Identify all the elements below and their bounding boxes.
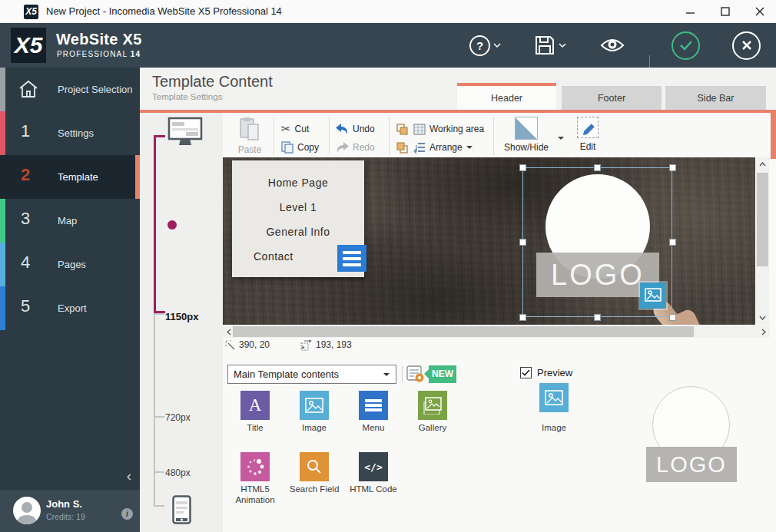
object-menu[interactable] bbox=[359, 391, 388, 420]
paste-button[interactable]: Paste bbox=[234, 117, 266, 155]
object-title[interactable]: A bbox=[240, 391, 270, 420]
object-settings-icon[interactable] bbox=[406, 365, 425, 383]
selection-handle-sw[interactable] bbox=[519, 314, 526, 321]
status-bar: 390, 20 193, 193 bbox=[223, 339, 771, 355]
undo-icon bbox=[336, 124, 349, 134]
selection-handle-n[interactable] bbox=[594, 164, 601, 171]
show-hide-label: Show/Hide bbox=[501, 142, 552, 153]
selected-object-image[interactable] bbox=[539, 383, 569, 412]
menu-item-home[interactable]: Home Page bbox=[232, 171, 364, 196]
resolution-label-720: 720px bbox=[165, 412, 191, 423]
avatar[interactable] bbox=[13, 497, 41, 524]
slider-track[interactable] bbox=[154, 313, 155, 507]
object-search-field[interactable] bbox=[300, 452, 329, 481]
sidebar-item-export[interactable]: 5 Export bbox=[0, 286, 140, 330]
toolbar-separator bbox=[493, 117, 494, 155]
slider-active-range[interactable] bbox=[154, 135, 156, 313]
help-menu-button[interactable]: ? bbox=[469, 23, 501, 68]
tick-480 bbox=[154, 471, 164, 473]
scroll-right-arrow[interactable] bbox=[758, 326, 769, 337]
app-header: X5 WebSite X5 PROFESSIONAL 14 ? bbox=[0, 23, 776, 68]
minimize-button[interactable] bbox=[673, 0, 708, 23]
resolution-slider-panel: 1150px 720px 480px bbox=[140, 113, 223, 532]
horizontal-scroll-thumb[interactable] bbox=[233, 326, 694, 337]
object-menu-label: Menu bbox=[344, 422, 403, 433]
copy-icon bbox=[281, 141, 293, 154]
selection-handle-s[interactable] bbox=[594, 314, 601, 321]
slider-handle[interactable] bbox=[167, 220, 177, 230]
show-hide-dropdown[interactable] bbox=[558, 137, 564, 140]
object-gallery[interactable] bbox=[418, 391, 447, 420]
cut-button[interactable]: ✂ Cut bbox=[281, 120, 309, 138]
chevron-down-icon bbox=[493, 43, 501, 48]
preview-button[interactable] bbox=[600, 23, 625, 68]
ok-button[interactable] bbox=[672, 23, 700, 68]
tab-header[interactable]: Header bbox=[457, 83, 556, 110]
send-backward-button[interactable] bbox=[396, 138, 408, 157]
image-icon bbox=[305, 398, 323, 414]
object-html-code[interactable]: </> bbox=[359, 452, 388, 481]
close-button[interactable] bbox=[742, 0, 776, 23]
menu-item-level1[interactable]: Level 1 bbox=[232, 196, 364, 220]
sidebar-item-map[interactable]: 3 Map bbox=[0, 199, 140, 243]
sidebar-item-project-selection[interactable]: Project Selection bbox=[0, 68, 140, 111]
undo-button[interactable]: Undo bbox=[336, 120, 375, 138]
vertical-scroll-thumb[interactable] bbox=[757, 173, 768, 266]
resolution-label-480: 480px bbox=[165, 468, 191, 478]
save-icon bbox=[534, 35, 555, 56]
slider-cap-top bbox=[154, 135, 165, 137]
step-color-strip bbox=[0, 286, 5, 330]
hamburger-menu-icon[interactable] bbox=[337, 245, 366, 272]
paste-icon bbox=[239, 117, 260, 141]
horizontal-scrollbar[interactable] bbox=[223, 325, 770, 338]
show-hide-button[interactable]: Show/Hide bbox=[501, 115, 552, 153]
sidebar-item-settings[interactable]: 1 Settings bbox=[0, 111, 140, 155]
save-menu-button[interactable] bbox=[534, 23, 566, 68]
send-backward-icon bbox=[396, 142, 408, 154]
selection-rectangle[interactable] bbox=[522, 167, 672, 317]
tab-footer[interactable]: Footer bbox=[562, 86, 662, 110]
object-title-label: Title bbox=[226, 422, 284, 433]
object-html5-animation[interactable] bbox=[240, 452, 270, 481]
search-icon bbox=[306, 458, 323, 475]
step-number: 5 bbox=[21, 296, 30, 316]
undo-label: Undo bbox=[353, 124, 375, 134]
bring-forward-button[interactable] bbox=[396, 120, 408, 138]
exit-button[interactable] bbox=[732, 23, 761, 68]
chevron-down-icon bbox=[466, 146, 473, 149]
scroll-up-arrow[interactable] bbox=[756, 159, 769, 170]
selection-handle-ne[interactable] bbox=[669, 164, 676, 171]
vertical-scrollbar[interactable] bbox=[756, 157, 769, 325]
tick-1150 bbox=[154, 313, 164, 315]
template-contents-dropdown[interactable]: Main Template contents bbox=[227, 365, 396, 384]
selection-handle-w[interactable] bbox=[519, 239, 526, 246]
selection-handle-se[interactable] bbox=[669, 314, 676, 321]
accent-underline bbox=[140, 110, 776, 113]
selection-handle-nw[interactable] bbox=[519, 164, 526, 171]
template-preview-canvas[interactable]: Home Page Level 1 General Info Contact L… bbox=[223, 157, 755, 325]
menu-item-general-info[interactable]: General Info bbox=[232, 220, 364, 245]
brand-subtitle: PROFESSIONAL 14 bbox=[57, 50, 141, 58]
maximize-button[interactable] bbox=[708, 0, 742, 23]
edit-object-button[interactable]: Edit bbox=[570, 117, 605, 152]
sidebar-item-template[interactable]: 2 Template bbox=[0, 155, 140, 199]
desktop-monitor-icon bbox=[167, 117, 203, 147]
step-number: 2 bbox=[21, 165, 30, 185]
working-area-button[interactable]: Working area bbox=[413, 120, 484, 138]
redo-icon bbox=[336, 142, 349, 153]
redo-button[interactable]: Redo bbox=[336, 138, 375, 157]
scissors-icon: ✂ bbox=[281, 122, 291, 136]
preview-checkbox[interactable] bbox=[520, 367, 532, 378]
scroll-down-arrow[interactable] bbox=[756, 312, 769, 323]
collapse-sidebar-button[interactable]: ‹ bbox=[121, 468, 137, 485]
tab-sidebar[interactable]: Side Bar bbox=[665, 86, 766, 110]
selection-handle-e[interactable] bbox=[669, 239, 676, 246]
object-image[interactable] bbox=[300, 391, 329, 420]
copy-button[interactable]: Copy bbox=[281, 138, 319, 157]
arrange-button[interactable]: Arrange bbox=[413, 138, 473, 157]
tick-end bbox=[154, 505, 164, 507]
info-icon[interactable]: i bbox=[121, 508, 133, 520]
sidebar-item-pages[interactable]: 4 Pages bbox=[0, 243, 140, 286]
eye-icon bbox=[600, 37, 625, 54]
tick-720 bbox=[154, 416, 164, 418]
